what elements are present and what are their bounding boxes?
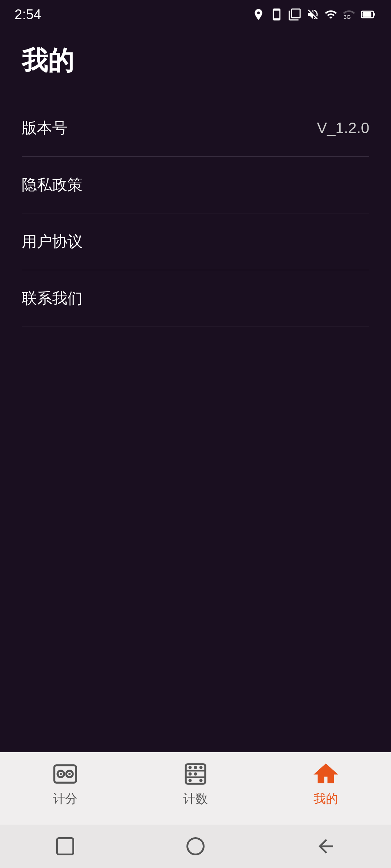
svg-point-6 xyxy=(60,773,62,775)
svg-point-13 xyxy=(194,766,197,769)
tab-count[interactable]: 计数 xyxy=(130,761,261,807)
location-icon xyxy=(252,8,265,21)
nav-bar xyxy=(0,825,391,868)
mine-tab-icon xyxy=(313,761,339,787)
mute-icon xyxy=(306,8,319,21)
svg-rect-3 xyxy=(374,13,375,16)
menu-item-version[interactable]: 版本号 V_1.2.0 xyxy=(22,100,369,157)
wifi-icon xyxy=(324,8,337,21)
screenshot-icon xyxy=(288,8,301,21)
svg-point-12 xyxy=(188,766,192,769)
version-value: V_1.2.0 xyxy=(317,119,369,137)
tab-score[interactable]: 计分 xyxy=(0,761,130,807)
mine-tab-label: 我的 xyxy=(314,791,338,807)
circle-nav-icon xyxy=(185,835,206,857)
menu-item-contact[interactable]: 联系我们 xyxy=(22,270,369,327)
page-title: 我的 xyxy=(22,29,369,100)
score-tab-label: 计分 xyxy=(53,791,77,807)
back-nav-icon xyxy=(315,835,337,857)
svg-rect-2 xyxy=(363,12,371,17)
count-tab-icon xyxy=(182,761,209,787)
status-icons: 3G xyxy=(252,8,377,21)
svg-point-20 xyxy=(188,838,204,855)
status-time: 2:54 xyxy=(14,7,41,22)
nav-square-button[interactable] xyxy=(51,832,80,861)
signal-icon: 3G xyxy=(342,8,356,21)
privacy-label: 隐私政策 xyxy=(22,175,83,195)
menu-item-agreement[interactable]: 用户协议 xyxy=(22,213,369,270)
svg-point-18 xyxy=(199,779,202,782)
svg-point-15 xyxy=(188,773,192,776)
version-label: 版本号 xyxy=(22,118,67,138)
tab-mine[interactable]: 我的 xyxy=(261,761,391,807)
svg-rect-19 xyxy=(57,838,73,855)
agreement-label: 用户协议 xyxy=(22,231,83,252)
svg-text:3G: 3G xyxy=(344,14,351,20)
main-content: 我的 版本号 V_1.2.0 隐私政策 用户协议 联系我们 xyxy=(0,29,391,752)
menu-item-privacy[interactable]: 隐私政策 xyxy=(22,157,369,213)
svg-point-8 xyxy=(68,773,71,775)
svg-point-16 xyxy=(194,773,197,776)
square-nav-icon xyxy=(54,835,76,857)
count-tab-label: 计数 xyxy=(183,791,208,807)
nav-back-button[interactable] xyxy=(311,832,340,861)
tab-bar: 计分 计数 我的 xyxy=(0,752,391,825)
score-tab-icon xyxy=(52,761,78,787)
nav-circle-button[interactable] xyxy=(181,832,210,861)
status-bar: 2:54 3G xyxy=(0,0,391,29)
contact-label: 联系我们 xyxy=(22,288,83,309)
svg-point-14 xyxy=(199,766,202,769)
phone-icon xyxy=(270,8,283,21)
svg-point-17 xyxy=(188,779,192,782)
battery-icon xyxy=(361,8,377,21)
